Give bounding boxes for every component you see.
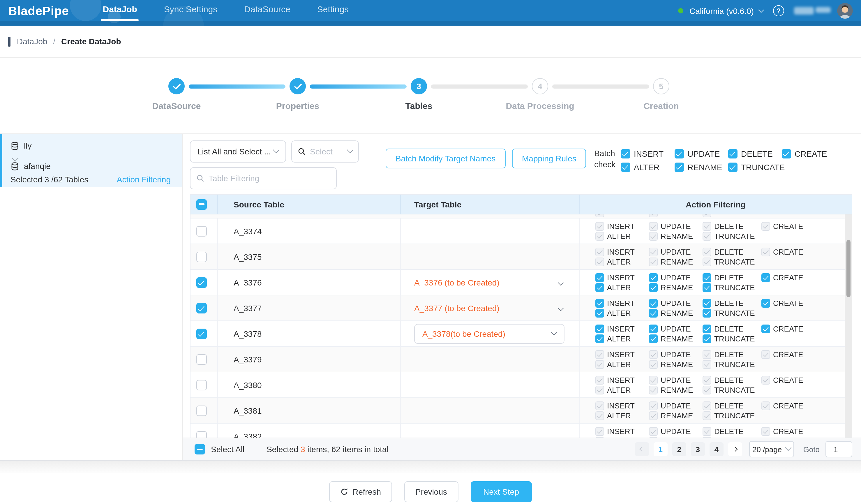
row-checkbox[interactable] bbox=[196, 329, 207, 339]
action-truncate-checkbox[interactable]: TRUNCATE bbox=[702, 335, 761, 343]
goto-page-input[interactable] bbox=[825, 441, 852, 458]
row-checkbox[interactable] bbox=[196, 406, 207, 416]
help-icon[interactable]: ? bbox=[773, 5, 784, 16]
action-create-checkbox[interactable]: CREATE bbox=[761, 273, 852, 282]
page-button-3[interactable]: 3 bbox=[691, 442, 705, 456]
checkbox[interactable] bbox=[761, 325, 770, 333]
checkbox[interactable] bbox=[761, 299, 770, 308]
chevron-down-icon[interactable] bbox=[758, 7, 764, 13]
checkbox[interactable] bbox=[649, 299, 658, 308]
region-selector[interactable]: California (v0.6.0) bbox=[689, 6, 754, 15]
checkbox[interactable] bbox=[621, 163, 630, 172]
action-insert-checkbox[interactable]: INSERT bbox=[596, 299, 649, 308]
checkbox[interactable] bbox=[596, 299, 604, 308]
batch-check-delete[interactable]: DELETE bbox=[728, 149, 782, 159]
action-delete-checkbox[interactable]: DELETE bbox=[702, 325, 761, 333]
checkbox[interactable] bbox=[649, 325, 658, 333]
checkbox[interactable] bbox=[674, 149, 684, 159]
select-all-checkbox[interactable] bbox=[194, 444, 205, 454]
action-insert-checkbox[interactable]: INSERT bbox=[596, 273, 649, 282]
batch-check-alter[interactable]: ALTER bbox=[621, 163, 674, 172]
action-delete-checkbox[interactable]: DELETE bbox=[702, 299, 761, 308]
batch-check-rename[interactable]: RENAME bbox=[674, 163, 728, 172]
action-update-checkbox[interactable]: UPDATE bbox=[649, 299, 702, 308]
checkbox[interactable] bbox=[702, 309, 711, 317]
sidebar-dataset-item[interactable]: lly afanqie Selected 3 /62 Tables Action… bbox=[0, 134, 182, 187]
action-rename-checkbox[interactable]: RENAME bbox=[649, 335, 702, 343]
checkbox[interactable] bbox=[674, 163, 684, 172]
action-update-checkbox[interactable]: UPDATE bbox=[649, 273, 702, 282]
row-checkbox[interactable] bbox=[196, 354, 207, 365]
checkbox[interactable] bbox=[702, 299, 711, 308]
previous-button[interactable]: Previous bbox=[404, 481, 458, 502]
scrollbar-thumb[interactable] bbox=[846, 240, 850, 297]
checkbox[interactable] bbox=[596, 309, 604, 317]
chevron-down-icon[interactable] bbox=[559, 303, 563, 313]
target-table-name[interactable]: A_3376 (to be Created) bbox=[401, 278, 500, 287]
action-create-checkbox[interactable]: CREATE bbox=[761, 325, 852, 333]
row-checkbox[interactable] bbox=[196, 252, 207, 262]
checkbox[interactable] bbox=[649, 309, 658, 317]
avatar[interactable] bbox=[837, 3, 853, 19]
nav-item-settings[interactable]: Settings bbox=[317, 0, 348, 24]
action-alter-checkbox[interactable]: ALTER bbox=[596, 309, 649, 317]
vertical-scrollbar[interactable] bbox=[845, 215, 852, 438]
checkbox[interactable] bbox=[649, 283, 658, 292]
checkbox[interactable] bbox=[702, 273, 711, 282]
action-create-checkbox[interactable]: CREATE bbox=[761, 299, 852, 308]
batch-check-insert[interactable]: INSERT bbox=[621, 149, 674, 159]
action-delete-checkbox[interactable]: DELETE bbox=[702, 273, 761, 282]
batch-check-update[interactable]: UPDATE bbox=[674, 149, 728, 159]
checkbox[interactable] bbox=[728, 163, 738, 172]
target-table-select[interactable]: A_3378(to be Created) bbox=[414, 324, 564, 344]
checkbox[interactable] bbox=[761, 273, 770, 282]
checkbox[interactable] bbox=[728, 149, 738, 159]
page-button-4[interactable]: 4 bbox=[710, 442, 724, 456]
checkbox[interactable] bbox=[702, 335, 711, 343]
refresh-button[interactable]: Refresh bbox=[329, 481, 392, 502]
next-page-button[interactable] bbox=[728, 442, 742, 456]
batch-check-truncate[interactable]: TRUNCATE bbox=[728, 163, 782, 172]
mapping-rules-button[interactable]: Mapping Rules bbox=[512, 149, 586, 168]
table-filter-field[interactable] bbox=[190, 167, 337, 189]
action-rename-checkbox[interactable]: RENAME bbox=[649, 309, 702, 317]
nav-item-datasource[interactable]: DataSource bbox=[244, 0, 290, 24]
checkbox[interactable] bbox=[621, 149, 630, 159]
action-rename-checkbox[interactable]: RENAME bbox=[649, 283, 702, 292]
row-checkbox[interactable] bbox=[196, 303, 207, 313]
action-update-checkbox[interactable]: UPDATE bbox=[649, 325, 702, 333]
per-page-select[interactable]: 20 /page bbox=[749, 441, 794, 458]
checkbox[interactable] bbox=[782, 149, 791, 159]
checkbox[interactable] bbox=[702, 283, 711, 292]
target-table-name[interactable]: A_3377 (to be Created) bbox=[401, 303, 500, 313]
page-button-2[interactable]: 2 bbox=[672, 442, 686, 456]
table-filter-input[interactable] bbox=[208, 174, 330, 183]
checkbox[interactable] bbox=[596, 273, 604, 282]
action-insert-checkbox[interactable]: INSERT bbox=[596, 325, 649, 333]
action-filtering-link[interactable]: Action Filtering bbox=[117, 175, 171, 184]
checkbox[interactable] bbox=[596, 283, 604, 292]
app-logo[interactable]: BladePipe bbox=[8, 4, 69, 18]
checkbox[interactable] bbox=[596, 325, 604, 333]
breadcrumb-parent[interactable]: DataJob bbox=[17, 37, 47, 46]
list-mode-select[interactable]: List All and Select ... bbox=[190, 140, 286, 163]
batch-check-create[interactable]: CREATE bbox=[782, 149, 835, 159]
row-checkbox[interactable] bbox=[196, 226, 207, 236]
checkbox[interactable] bbox=[649, 335, 658, 343]
page-button-1[interactable]: 1 bbox=[654, 442, 668, 456]
action-truncate-checkbox[interactable]: TRUNCATE bbox=[702, 309, 761, 317]
quick-select[interactable]: Select bbox=[291, 140, 359, 163]
action-truncate-checkbox[interactable]: TRUNCATE bbox=[702, 283, 761, 292]
action-alter-checkbox[interactable]: ALTER bbox=[596, 335, 649, 343]
checkbox[interactable] bbox=[702, 325, 711, 333]
row-checkbox[interactable] bbox=[196, 380, 207, 390]
select-all-header-checkbox[interactable] bbox=[196, 199, 207, 209]
nav-item-sync-settings[interactable]: Sync Settings bbox=[164, 0, 217, 24]
checkbox[interactable] bbox=[596, 335, 604, 343]
action-alter-checkbox[interactable]: ALTER bbox=[596, 283, 649, 292]
batch-modify-target-names-button[interactable]: Batch Modify Target Names bbox=[386, 149, 505, 168]
chevron-down-icon[interactable] bbox=[559, 277, 563, 288]
checkbox[interactable] bbox=[649, 273, 658, 282]
nav-item-datajob[interactable]: DataJob bbox=[102, 0, 137, 24]
row-checkbox[interactable] bbox=[196, 277, 207, 288]
